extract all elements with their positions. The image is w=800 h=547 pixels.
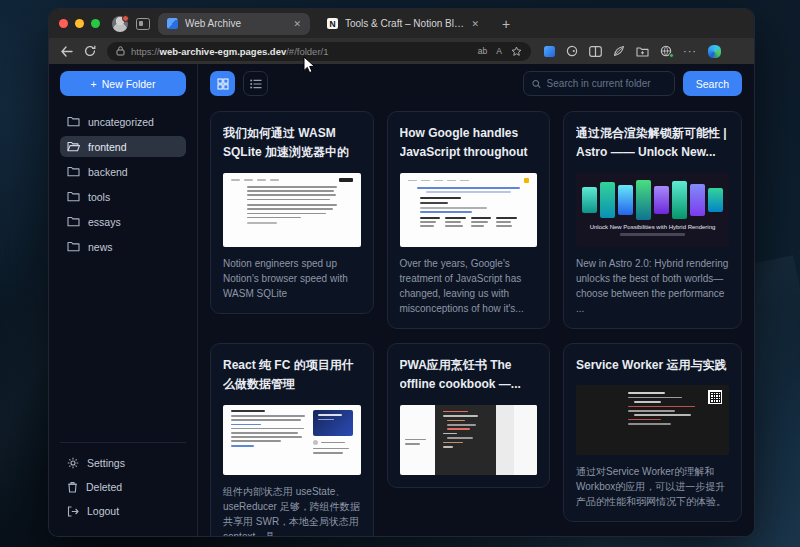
translate-icon[interactable]: ab xyxy=(478,46,487,56)
card-thumbnail xyxy=(223,173,361,247)
font-size-icon[interactable]: A xyxy=(496,46,502,56)
thumb-side-column xyxy=(313,410,353,470)
card-astro-hybrid[interactable]: 通过混合渲染解锁新可能性 | Astro —— Unlock New... xyxy=(563,111,742,329)
logout-icon xyxy=(67,506,79,517)
grid-view-button[interactable] xyxy=(210,71,235,96)
new-folder-button[interactable]: + New Folder xyxy=(60,71,186,96)
folder-label: uncategorized xyxy=(88,116,154,128)
browser-essentials-icon[interactable] xyxy=(660,45,672,57)
search-box[interactable] xyxy=(523,71,675,96)
sidebar-item-settings[interactable]: Settings xyxy=(60,452,186,474)
card-description: Notion engineers sped up Notion's browse… xyxy=(223,256,361,301)
new-tab-button[interactable]: + xyxy=(502,16,510,32)
card-pwa-cookbook[interactable]: PWA应用烹饪书 The offline cookbook —... xyxy=(387,343,551,488)
folder-label: news xyxy=(88,241,113,253)
footer-label: Logout xyxy=(87,505,119,517)
search-input[interactable] xyxy=(547,78,666,89)
card-title: 我们如何通过 WASM SQLite 加速浏览器中的 Notion ——... xyxy=(223,124,361,163)
tab-title: Tools & Craft – Notion Blog xyxy=(345,18,464,29)
card-service-worker[interactable]: Service Worker 运用与实践 通过对Service Worker的理… xyxy=(563,343,742,522)
collections-icon[interactable] xyxy=(636,46,649,57)
url-scheme: https:// xyxy=(131,46,160,57)
card-grid: 我们如何通过 WASM SQLite 加速浏览器中的 Notion ——... … xyxy=(210,111,742,536)
folder-label: backend xyxy=(88,166,128,178)
card-title: PWA应用烹饪书 The offline cookbook —... xyxy=(400,356,538,395)
card-title: Service Worker 运用与实践 xyxy=(576,356,729,375)
folder-label: tools xyxy=(88,191,110,203)
close-tab-icon[interactable]: ✕ xyxy=(293,19,301,29)
card-wasm-sqlite[interactable]: 我们如何通过 WASM SQLite 加速浏览器中的 Notion ——... … xyxy=(210,111,374,314)
url-text: https://web-archive-egm.pages.dev/#/fold… xyxy=(131,46,328,57)
sidebar-item-frontend[interactable]: frontend xyxy=(60,136,186,157)
minimize-window-button[interactable] xyxy=(75,19,84,28)
trash-icon xyxy=(67,481,78,493)
card-description: 通过对Service Worker的理解和Workbox的应用，可以进一步提升产… xyxy=(576,464,729,509)
tab-notion-blog[interactable]: N Tools & Craft – Notion Blog ✕ xyxy=(318,13,488,35)
thumb-subcaption xyxy=(620,233,685,236)
tab-web-archive[interactable]: Web Archive ✕ xyxy=(158,13,310,35)
sidebar-item-deleted[interactable]: Deleted xyxy=(60,476,186,498)
address-bar[interactable]: https://web-archive-egm.pages.dev/#/fold… xyxy=(107,42,531,61)
web-archive-favicon xyxy=(167,18,178,29)
main-content: Search 我们如何通过 WASM SQLite 加速浏览器中的 Notion… xyxy=(198,64,754,536)
workspaces-icon[interactable] xyxy=(544,46,555,57)
copilot-icon[interactable] xyxy=(708,45,721,58)
close-tab-icon[interactable]: ✕ xyxy=(471,19,479,29)
profile-avatar[interactable] xyxy=(112,16,128,32)
folder-icon xyxy=(67,191,80,202)
address-bar-tools: ab A xyxy=(478,46,522,57)
card-google-javascript[interactable]: How Google handles JavaScript throughout… xyxy=(387,111,551,329)
back-icon[interactable] xyxy=(60,46,73,57)
sidebar-item-tools[interactable]: tools xyxy=(60,186,186,207)
folder-label: frontend xyxy=(88,141,127,153)
card-thumbnail xyxy=(223,405,361,475)
url-domain: web-archive-egm.pages.dev xyxy=(160,46,287,57)
card-title: How Google handles JavaScript throughout… xyxy=(400,124,538,163)
sidebar-item-news[interactable]: news xyxy=(60,236,186,257)
extension-icon[interactable] xyxy=(566,45,578,57)
favorites-bar-icon[interactable] xyxy=(613,45,625,57)
lock-icon xyxy=(116,46,125,56)
footer-label: Deleted xyxy=(86,481,122,493)
search-button[interactable]: Search xyxy=(683,71,742,96)
sidebar-item-logout[interactable]: Logout xyxy=(60,500,186,522)
favorite-star-icon[interactable] xyxy=(511,46,522,57)
card-thumbnail xyxy=(400,405,538,475)
card-react-fc[interactable]: React 纯 FC 的项目用什么做数据管理 xyxy=(210,343,374,536)
thumb-code-block xyxy=(435,405,496,475)
thumb-nav xyxy=(408,178,530,183)
tab-actions-icon[interactable] xyxy=(136,18,150,30)
new-folder-label: New Folder xyxy=(102,78,156,90)
thumb-text-lines xyxy=(420,197,529,213)
window-controls xyxy=(59,19,100,28)
sidebar-item-uncategorized[interactable]: uncategorized xyxy=(60,111,186,132)
sidebar-item-backend[interactable]: backend xyxy=(60,161,186,182)
split-screen-icon[interactable] xyxy=(589,46,602,57)
status-dot xyxy=(669,53,674,58)
notion-favicon: N xyxy=(327,18,338,29)
browser-toolbar: https://web-archive-egm.pages.dev/#/fold… xyxy=(49,38,754,64)
reload-icon[interactable] xyxy=(84,45,96,57)
browser-tab-bar: Web Archive ✕ N Tools & Craft – Notion B… xyxy=(49,9,754,38)
folder-icon xyxy=(67,166,80,177)
thumb-caption: Unlock New Possibilities with Hybrid Ren… xyxy=(582,224,723,232)
thumb-left-panel xyxy=(400,405,436,475)
footer-label: Settings xyxy=(87,457,125,469)
sidebar-item-essays[interactable]: essays xyxy=(60,211,186,232)
content-toolbar: Search xyxy=(210,71,742,96)
more-menu-icon[interactable]: ··· xyxy=(683,45,697,57)
folder-icon xyxy=(67,216,80,227)
browser-window: Web Archive ✕ N Tools & Craft – Notion B… xyxy=(48,8,755,537)
thumb-qr-code xyxy=(708,390,722,404)
card-description: New in Astro 2.0: Hybrid rendering unloc… xyxy=(576,256,729,316)
toolbar-extensions: ··· xyxy=(544,45,721,58)
card-description: 组件内部状态用 useState、useReducer 足够，跨组件数据共享用 … xyxy=(223,484,361,536)
tab-title: Web Archive xyxy=(185,18,286,29)
maximize-window-button[interactable] xyxy=(91,19,100,28)
thumb-banner xyxy=(313,410,353,436)
card-title: React 纯 FC 的项目用什么做数据管理 xyxy=(223,356,361,395)
list-view-button[interactable] xyxy=(243,71,268,96)
search-icon xyxy=(532,79,541,89)
close-window-button[interactable] xyxy=(59,19,68,28)
folder-icon xyxy=(67,116,80,127)
